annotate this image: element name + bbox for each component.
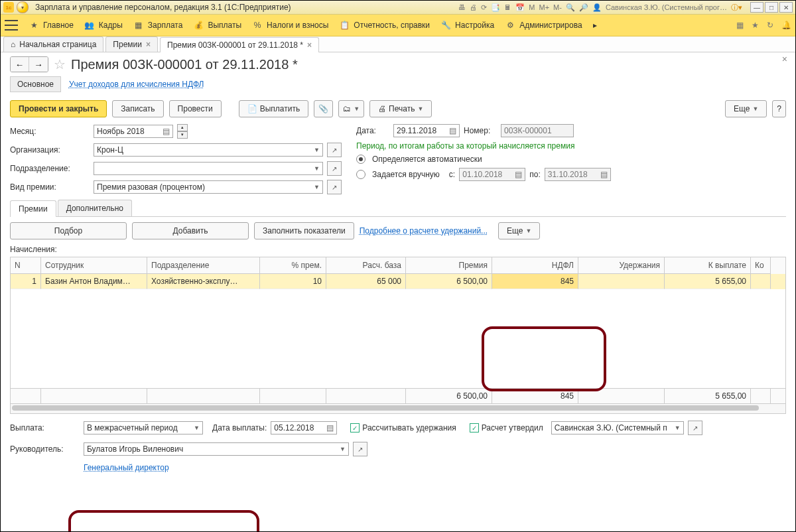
col-base[interactable]: Расч. база bbox=[326, 257, 406, 274]
favorite-star-icon[interactable]: ☆ bbox=[54, 56, 66, 72]
inner-tab-premii[interactable]: Премии bbox=[10, 200, 56, 217]
section-admin[interactable]: ⚙Администрирова bbox=[505, 20, 582, 31]
chevron-down-icon[interactable]: ▼ bbox=[340, 446, 346, 452]
manager-input[interactable]: Булатов Игорь Виленович▼ bbox=[84, 442, 349, 456]
close-doc-button[interactable]: × bbox=[782, 54, 787, 64]
calc-deductions-check[interactable]: ✓Рассчитывать удержания bbox=[350, 423, 456, 433]
spin-up-icon[interactable]: ▴ bbox=[177, 124, 188, 131]
m-minus-icon[interactable]: M- bbox=[553, 3, 562, 11]
burger-icon[interactable] bbox=[5, 20, 18, 31]
dropdown-round-icon[interactable]: ▾ bbox=[17, 1, 29, 13]
section-salary[interactable]: ▦Зарплата bbox=[133, 20, 183, 31]
star-outline-icon[interactable]: ★ bbox=[752, 21, 759, 30]
subnav-main-button[interactable]: Основное bbox=[10, 76, 61, 92]
period-auto-radio[interactable]: Определяется автоматически bbox=[356, 155, 786, 164]
apps-icon[interactable]: ▦ bbox=[736, 21, 744, 30]
month-spinner[interactable]: ▴▾ bbox=[177, 124, 188, 139]
open-bonus-type-button[interactable]: ↗ bbox=[327, 180, 342, 194]
calendar-icon[interactable]: ▤ bbox=[449, 126, 456, 135]
tab-more-button[interactable]: Еще▼ bbox=[498, 222, 540, 239]
attach-button[interactable]: 📎 bbox=[314, 100, 333, 117]
radio-icon[interactable] bbox=[356, 170, 365, 179]
col-bonus[interactable]: Премия bbox=[406, 257, 492, 274]
zoom-in-icon[interactable]: 🔍 bbox=[566, 3, 575, 12]
calendar-icon[interactable]: 📅 bbox=[515, 3, 525, 12]
close-icon[interactable]: × bbox=[146, 40, 151, 49]
chevron-right-icon[interactable]: ▸ bbox=[593, 21, 597, 30]
bonus-type-input[interactable]: Премия разовая (процентом)▼ bbox=[94, 180, 323, 194]
compare-icon[interactable]: 📑 bbox=[491, 3, 500, 12]
section-reports[interactable]: 📋Отчетность, справки bbox=[339, 20, 430, 31]
col-deductions[interactable]: Удержания bbox=[578, 257, 665, 274]
basedon-button[interactable]: 🗂▼ bbox=[338, 100, 364, 117]
section-settings[interactable]: 🔧Настройка bbox=[440, 20, 494, 31]
manager-position-link[interactable]: Генеральный директор bbox=[84, 463, 169, 472]
payout-select[interactable]: В межрасчетный период▼ bbox=[84, 421, 203, 434]
col-department[interactable]: Подразделение bbox=[147, 257, 260, 274]
open-manager-button[interactable]: ↗ bbox=[353, 442, 367, 456]
subdiv-input[interactable]: ▼ bbox=[94, 162, 323, 175]
month-input[interactable]: Ноябрь 2018▤ bbox=[94, 125, 173, 138]
print-icon[interactable]: 🖨 bbox=[470, 3, 477, 11]
col-ndfl[interactable]: НДФЛ bbox=[492, 257, 578, 274]
col-employee[interactable]: Сотрудник bbox=[41, 257, 147, 274]
help-button[interactable]: ? bbox=[772, 100, 786, 117]
open-subdiv-button[interactable]: ↗ bbox=[327, 161, 342, 176]
paydate-input[interactable]: 05.12.2018▤ bbox=[271, 421, 337, 434]
bell-icon[interactable]: 🔔 bbox=[781, 21, 791, 30]
section-staff[interactable]: 👥Кадры bbox=[84, 20, 123, 31]
org-input[interactable]: Крон-Ц▼ bbox=[94, 143, 323, 157]
open-org-button[interactable]: ↗ bbox=[327, 143, 342, 157]
horizontal-scrollbar[interactable] bbox=[10, 404, 786, 414]
tab-premia-doc[interactable]: Премия 00ЗК-000001 от 29.11.2018 *× bbox=[160, 37, 319, 52]
fill-indicators-button[interactable]: Заполнить показатели bbox=[254, 222, 354, 239]
chevron-down-icon[interactable]: ▼ bbox=[194, 425, 200, 431]
nav-back-button[interactable]: ← bbox=[11, 57, 29, 72]
inner-tab-additional[interactable]: Дополнительно bbox=[58, 200, 132, 216]
subnav-ndfl-link[interactable]: Учет доходов для исчисления НДФЛ bbox=[69, 80, 204, 89]
calendar-icon[interactable]: ▤ bbox=[163, 127, 170, 136]
pick-button[interactable]: Подбор bbox=[10, 222, 127, 239]
maximize-button[interactable]: □ bbox=[765, 2, 778, 13]
scroll-thumb[interactable] bbox=[12, 405, 759, 411]
post-and-close-button[interactable]: Провести и закрыть bbox=[10, 100, 107, 117]
section-main[interactable]: ★Главное bbox=[29, 20, 74, 31]
close-window-button[interactable]: ✕ bbox=[779, 2, 793, 13]
chevron-down-icon[interactable]: ▼ bbox=[675, 425, 681, 431]
col-topay[interactable]: К выплате bbox=[665, 257, 751, 274]
tab-premii[interactable]: Премии× bbox=[105, 36, 158, 52]
print-preview-icon[interactable]: 🖶 bbox=[458, 3, 466, 11]
chevron-down-icon[interactable]: ▼ bbox=[314, 165, 320, 172]
chevron-down-icon[interactable]: ▼ bbox=[314, 184, 320, 190]
close-icon[interactable]: × bbox=[307, 40, 312, 50]
spin-down-icon[interactable]: ▾ bbox=[177, 131, 188, 139]
table-row[interactable]: 1 Базин Антон Владим… Хозяйственно-экспл… bbox=[11, 274, 785, 289]
pay-button[interactable]: 📄Выплатить bbox=[239, 100, 309, 117]
period-manual-label[interactable]: Задается вручную bbox=[372, 170, 440, 179]
minimize-button[interactable]: — bbox=[750, 2, 763, 13]
section-payments[interactable]: 💰Выплаты bbox=[193, 20, 241, 31]
save-button[interactable]: Записать bbox=[112, 100, 163, 117]
open-approver-button[interactable]: ↗ bbox=[688, 421, 702, 435]
approver-input[interactable]: Савинская З.Ю. (Системный п▼ bbox=[551, 421, 684, 434]
print-button[interactable]: 🖨Печать▼ bbox=[369, 100, 432, 117]
calculator-icon[interactable]: 🖩 bbox=[504, 3, 511, 11]
approved-check[interactable]: ✓Расчет утвердил bbox=[470, 423, 543, 433]
chevron-down-icon[interactable]: ▼ bbox=[314, 147, 320, 153]
tab-home[interactable]: ⌂Начальная страница bbox=[3, 36, 103, 52]
nav-forward-button[interactable]: → bbox=[29, 57, 48, 72]
section-taxes[interactable]: %Налоги и взносы bbox=[252, 20, 328, 31]
deductions-details-link[interactable]: Подробнее о расчете удержаний... bbox=[360, 226, 488, 235]
more-button[interactable]: Еще▼ bbox=[725, 100, 767, 117]
info-icon[interactable]: ⓘ▾ bbox=[731, 3, 742, 13]
post-button[interactable]: Провести bbox=[169, 100, 222, 117]
date-input[interactable]: 29.11.2018▤ bbox=[393, 124, 460, 137]
add-button[interactable]: Добавить bbox=[132, 222, 249, 239]
col-n[interactable]: N bbox=[11, 257, 41, 274]
col-extra[interactable]: Ко bbox=[751, 257, 771, 274]
m-plus-icon[interactable]: M+ bbox=[539, 3, 549, 11]
calendar-icon[interactable]: ▤ bbox=[326, 423, 334, 432]
refresh-icon[interactable]: ⟳ bbox=[481, 3, 487, 12]
zoom-out-icon[interactable]: 🔎 bbox=[579, 3, 588, 12]
history-icon[interactable]: ↻ bbox=[767, 21, 773, 30]
